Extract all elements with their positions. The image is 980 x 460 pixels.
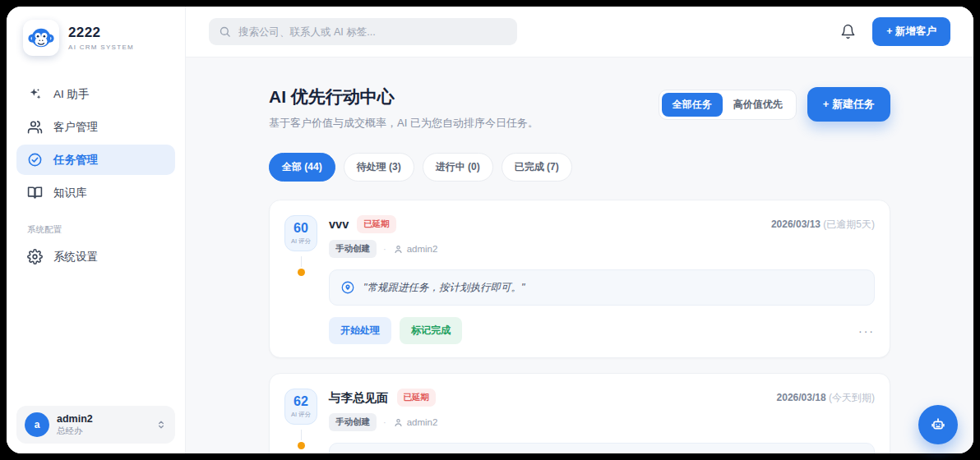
- filter-all[interactable]: 全部 (44): [269, 153, 335, 182]
- task-title: vvv: [329, 218, 349, 231]
- brand-header: 2222 AI CRM SYSTEM: [16, 18, 175, 56]
- monkey-logo-icon: [23, 20, 59, 56]
- ai-note-box: "111": [329, 443, 875, 453]
- mark-complete-button[interactable]: 标记完成: [400, 317, 462, 344]
- source-tag: 手动创建: [329, 413, 377, 431]
- ai-assistant-fab[interactable]: [918, 405, 958, 444]
- content-area: AI 优先行动中心 基于客户价值与成交概率，AI 已为您自动排序今日任务。 全部…: [186, 58, 973, 453]
- due-date-note: (今天到期): [829, 392, 875, 403]
- sidebar-item-label: 客户管理: [53, 120, 98, 135]
- status-filters: 全部 (44) 待处理 (3) 进行中 (0) 已完成 (7): [269, 153, 890, 182]
- page-header: AI 优先行动中心 基于客户价值与成交概率，AI 已为您自动排序今日任务。 全部…: [269, 85, 890, 131]
- ai-pin-icon: [340, 280, 355, 295]
- task-card: 60 AI 评分 vvv 已延期 2026/03/13: [269, 200, 890, 358]
- sidebar-item-label: AI 助手: [53, 87, 90, 102]
- main-column: + 新增客户 AI 优先行动中心 基于客户价值与成交概率，AI 已为您自动排序今…: [186, 7, 973, 453]
- meta-separator: ·: [383, 244, 386, 254]
- ai-score-value: 62: [294, 395, 308, 408]
- book-icon: [27, 185, 43, 200]
- due-date-value: 2026/03/18: [777, 392, 826, 403]
- start-task-button[interactable]: 开始处理: [329, 317, 391, 344]
- ai-note-box: "常规跟进任务，按计划执行即可。": [329, 269, 875, 306]
- sidebar: 2222 AI CRM SYSTEM AI 助手: [7, 7, 186, 453]
- task-list: 60 AI 评分 vvv 已延期 2026/03/13: [269, 200, 890, 453]
- new-task-button[interactable]: + 新建任务: [807, 87, 890, 122]
- task-due-date: 2026/03/13 (已逾期5天): [771, 218, 875, 232]
- task-meta-row: 手动创建 · admin2: [329, 413, 875, 431]
- sidebar-item-settings[interactable]: 系统设置: [16, 242, 175, 272]
- task-card-body: vvv 已延期 2026/03/13 (已逾期5天) 手动创建 ·: [329, 215, 875, 344]
- sidebar-item-label: 系统设置: [53, 250, 98, 264]
- page-title: AI 优先行动中心: [269, 85, 539, 108]
- avatar: a: [25, 412, 49, 437]
- source-tag: 手动创建: [329, 240, 377, 258]
- filter-pending[interactable]: 待处理 (3): [344, 153, 414, 182]
- topbar-right: + 新增客户: [840, 17, 950, 46]
- brand-tagline: AI CRM SYSTEM: [68, 44, 134, 51]
- add-customer-button[interactable]: + 新增客户: [872, 17, 950, 46]
- ai-score-badge: 60 AI 评分: [284, 215, 317, 251]
- sidebar-item-label: 知识库: [53, 186, 87, 200]
- person-icon: [393, 244, 404, 255]
- more-options-button[interactable]: ···: [858, 324, 875, 338]
- task-owner: admin2: [393, 417, 438, 428]
- task-actions-row: 开始处理 标记完成 ···: [329, 317, 875, 344]
- check-circle-icon: [27, 152, 43, 168]
- sidebar-item-label: 任务管理: [53, 153, 98, 168]
- owner-name: admin2: [407, 244, 438, 254]
- task-card: 62 AI 评分 与李总见面 已延期 2026/03/18: [269, 373, 890, 453]
- bell-icon: [840, 24, 856, 39]
- user-menu[interactable]: a admin2 总经办: [16, 406, 175, 444]
- page-titles: AI 优先行动中心 基于客户价值与成交概率，AI 已为您自动排序今日任务。: [269, 85, 539, 131]
- ai-score-value: 60: [294, 222, 308, 235]
- task-card-body: 与李总见面 已延期 2026/03/18 (今天到期) 手动创建 ·: [329, 389, 875, 453]
- segment-all-tasks[interactable]: 全部任务: [662, 93, 723, 117]
- timeline-dot: [298, 442, 305, 449]
- ai-score-label: AI 评分: [291, 411, 311, 419]
- search-icon: [219, 25, 231, 38]
- chevron-up-down-icon: [155, 419, 167, 430]
- users-icon: [27, 119, 43, 135]
- user-role: 总经办: [57, 426, 93, 437]
- score-column: 60 AI 评分: [284, 215, 317, 344]
- sidebar-item-tasks[interactable]: 任务管理: [16, 145, 175, 175]
- user-info: admin2 总经办: [57, 413, 93, 437]
- filter-in-progress[interactable]: 进行中 (0): [423, 153, 493, 182]
- sidebar-item-customers[interactable]: 客户管理: [16, 112, 175, 142]
- ai-note-text: "常规跟进任务，按计划执行即可。": [363, 281, 525, 295]
- sidebar-nav: AI 助手 客户管理 任务管理: [16, 79, 175, 208]
- task-title-row: 与李总见面 已延期 2026/03/18 (今天到期): [329, 389, 875, 407]
- search-input[interactable]: [238, 26, 507, 38]
- timeline-dot: [298, 269, 305, 276]
- sidebar-item-ai-assistant[interactable]: AI 助手: [16, 79, 175, 109]
- task-meta-row: 手动创建 · admin2: [329, 240, 875, 258]
- user-name: admin2: [57, 413, 93, 425]
- brand-text: 2222 AI CRM SYSTEM: [68, 25, 134, 51]
- ai-score-badge: 62 AI 评分: [284, 389, 317, 425]
- gear-icon: [27, 249, 43, 264]
- ai-score-label: AI 评分: [291, 237, 311, 246]
- page-subtitle: 基于客户价值与成交概率，AI 已为您自动排序今日任务。: [269, 116, 539, 131]
- task-view-segmented-control: 全部任务 高价值优先: [659, 90, 797, 120]
- brand-name: 2222: [68, 25, 134, 41]
- status-badge: 已延期: [397, 389, 437, 407]
- timeline-line: [301, 430, 302, 440]
- notifications-button[interactable]: [840, 24, 856, 39]
- sparkles-icon: [27, 86, 43, 102]
- topbar: + 新增客户: [186, 7, 973, 58]
- status-badge: 已延期: [357, 215, 396, 233]
- due-date-note: (已逾期5天): [823, 218, 875, 230]
- timeline-line: [301, 256, 302, 267]
- global-search[interactable]: [209, 18, 517, 45]
- app-window: 2222 AI CRM SYSTEM AI 助手: [7, 7, 973, 453]
- due-date-value: 2026/03/13: [771, 218, 821, 230]
- task-owner: admin2: [393, 244, 438, 255]
- filter-completed[interactable]: 已完成 (7): [502, 153, 572, 182]
- task-title-row: vvv 已延期 2026/03/13 (已逾期5天): [329, 215, 875, 233]
- score-column: 62 AI 评分: [284, 389, 317, 453]
- robot-icon: [929, 416, 947, 434]
- meta-separator: ·: [383, 417, 386, 427]
- segment-high-value[interactable]: 高价值优先: [723, 93, 793, 117]
- sidebar-item-knowledge-base[interactable]: 知识库: [16, 177, 175, 208]
- owner-name: admin2: [407, 417, 438, 427]
